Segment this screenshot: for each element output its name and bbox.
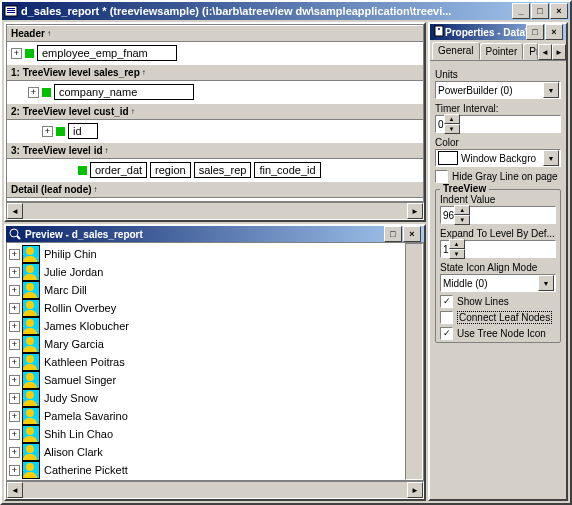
show-lines-checkbox[interactable]: ✓Show Lines bbox=[440, 295, 556, 308]
expand-box[interactable]: + bbox=[9, 285, 20, 296]
level1-field-row: + company_name bbox=[7, 81, 423, 103]
units-dropdown[interactable]: PowerBuilder (0)▼ bbox=[435, 81, 561, 99]
expand-box[interactable]: + bbox=[9, 249, 20, 260]
band-level3-label: 3: TreeView level id bbox=[11, 145, 103, 156]
maximize-button[interactable]: □ bbox=[531, 3, 549, 19]
list-item[interactable]: +Julie Jordan bbox=[9, 263, 403, 281]
band-level3[interactable]: 3: TreeView level id↑ bbox=[7, 142, 423, 159]
tab-general[interactable]: General bbox=[432, 42, 480, 60]
dropdown-icon: ▼ bbox=[538, 275, 554, 291]
color-dropdown[interactable]: Window Backgro▼ bbox=[435, 149, 561, 167]
header-field[interactable]: employee_emp_fnam bbox=[37, 45, 177, 61]
preview-scrollbar-h[interactable]: ◄ ► bbox=[6, 481, 424, 499]
expand-box[interactable]: + bbox=[9, 321, 20, 332]
scroll-left-button[interactable]: ◄ bbox=[7, 203, 23, 219]
preview-list: +Philip Chin+Julie Jordan+Marc Dill+Roll… bbox=[7, 243, 405, 480]
timer-spinner[interactable]: 0▲▼ bbox=[435, 115, 561, 133]
scroll-left-button[interactable]: ◄ bbox=[7, 482, 23, 498]
tab-nav-right[interactable]: ► bbox=[552, 44, 566, 60]
list-item[interactable]: +Judy Snow bbox=[9, 389, 403, 407]
preview-maximize-button[interactable]: □ bbox=[384, 226, 402, 242]
person-name: Marc Dill bbox=[42, 284, 87, 296]
level3-field-1[interactable]: region bbox=[150, 162, 191, 178]
list-item[interactable]: +Pamela Savarino bbox=[9, 407, 403, 425]
list-item[interactable]: +Catherine Pickett bbox=[9, 461, 403, 479]
band-level1[interactable]: 1: TreeView level sales_rep↑ bbox=[7, 64, 423, 81]
spin-down-icon[interactable]: ▼ bbox=[444, 124, 460, 134]
spin-down-icon[interactable]: ▼ bbox=[454, 215, 470, 225]
scroll-right-button[interactable]: ► bbox=[407, 482, 423, 498]
level2-field[interactable]: id bbox=[68, 123, 98, 139]
level1-field[interactable]: company_name bbox=[54, 84, 194, 100]
level3-field-3[interactable]: fin_code_id bbox=[254, 162, 320, 178]
indent-spinner[interactable]: 96▲▼ bbox=[440, 206, 556, 224]
expand-box[interactable]: + bbox=[9, 411, 20, 422]
expand-box[interactable]: + bbox=[9, 357, 20, 368]
spin-up-icon[interactable]: ▲ bbox=[444, 114, 460, 124]
expand-box[interactable]: + bbox=[28, 87, 39, 98]
spin-up-icon[interactable]: ▲ bbox=[449, 239, 465, 249]
band-header[interactable]: Header↑ bbox=[7, 25, 423, 42]
person-name: Shih Lin Chao bbox=[42, 428, 113, 440]
list-item[interactable]: +Mary Garcia bbox=[9, 335, 403, 353]
properties-maximize-button[interactable]: □ bbox=[526, 24, 544, 40]
preview-scrollbar-v[interactable] bbox=[405, 243, 423, 480]
band-level2[interactable]: 2: TreeView level cust_id↑ bbox=[7, 103, 423, 120]
list-item[interactable]: +Shih Lin Chao bbox=[9, 425, 403, 443]
list-item[interactable]: +James Klobucher bbox=[9, 317, 403, 335]
band-detail-label: Detail (leaf node) bbox=[11, 184, 92, 195]
expand-box[interactable]: + bbox=[9, 447, 20, 458]
tab-pointer[interactable]: Pointer bbox=[480, 43, 524, 60]
expand-box[interactable]: + bbox=[9, 429, 20, 440]
hide-gray-checkbox[interactable]: Hide Gray Line on page bbox=[435, 170, 561, 183]
level3-field-0[interactable]: order_dat bbox=[90, 162, 147, 178]
preview-body: +Philip Chin+Julie Jordan+Marc Dill+Roll… bbox=[6, 242, 424, 481]
person-name: Alison Clark bbox=[42, 446, 103, 458]
tab-nav-left[interactable]: ◄ bbox=[538, 44, 552, 60]
field-marker-icon bbox=[56, 127, 65, 136]
expand-box[interactable]: + bbox=[42, 126, 53, 137]
connect-leaf-checkbox[interactable]: Connect Leaf Nodes bbox=[440, 311, 556, 324]
band-level2-label: 2: TreeView level cust_id bbox=[11, 106, 129, 117]
expand-box[interactable]: + bbox=[9, 465, 20, 476]
list-item[interactable]: +Kathleen Poitras bbox=[9, 353, 403, 371]
expand-box[interactable]: + bbox=[9, 303, 20, 314]
level3-field-2[interactable]: sales_rep bbox=[194, 162, 252, 178]
expand-box[interactable]: + bbox=[9, 375, 20, 386]
preview-titlebar: Preview - d_sales_report □ × bbox=[6, 226, 424, 242]
app-icon bbox=[4, 4, 18, 18]
treeview-section: TreeView Indent Value 96▲▼ Expand To Lev… bbox=[435, 189, 561, 343]
close-button[interactable]: × bbox=[550, 3, 568, 19]
expand-spinner[interactable]: 1▲▼ bbox=[440, 240, 556, 258]
use-tree-icon-checkbox[interactable]: ✓Use Tree Node Icon bbox=[440, 327, 556, 340]
state-dropdown[interactable]: Middle (0)▼ bbox=[440, 274, 556, 292]
expand-box[interactable]: + bbox=[9, 339, 20, 350]
field-marker-icon bbox=[25, 49, 34, 58]
list-item[interactable]: +Alison Clark bbox=[9, 443, 403, 461]
band-arrow-icon: ↑ bbox=[131, 107, 135, 116]
list-item[interactable]: +Samuel Singer bbox=[9, 371, 403, 389]
list-item[interactable]: +Marc Dill bbox=[9, 281, 403, 299]
avatar-icon bbox=[22, 299, 40, 317]
minimize-button[interactable]: _ bbox=[512, 3, 530, 19]
band-arrow-icon: ↑ bbox=[94, 185, 98, 194]
design-scrollbar-h[interactable]: ◄ ► bbox=[6, 202, 424, 220]
band-detail[interactable]: Detail (leaf node)↑ bbox=[7, 181, 423, 198]
properties-close-button[interactable]: × bbox=[545, 24, 563, 40]
preview-close-button[interactable]: × bbox=[403, 226, 421, 242]
list-item[interactable]: +Philip Chin bbox=[9, 245, 403, 263]
color-label: Color bbox=[435, 137, 561, 148]
checkbox-icon bbox=[435, 170, 448, 183]
color-swatch bbox=[438, 151, 458, 165]
expand-box[interactable]: + bbox=[11, 48, 22, 59]
spin-up-icon[interactable]: ▲ bbox=[454, 205, 470, 215]
list-item[interactable]: +Rollin Overbey bbox=[9, 299, 403, 317]
person-name: Catherine Pickett bbox=[42, 464, 128, 476]
design-body: Header↑ + employee_emp_fnam 1: TreeView … bbox=[6, 24, 424, 202]
expand-box[interactable]: + bbox=[9, 267, 20, 278]
tab-print[interactable]: Pri bbox=[523, 43, 538, 60]
scroll-right-button[interactable]: ► bbox=[407, 203, 423, 219]
spin-down-icon[interactable]: ▼ bbox=[449, 249, 465, 259]
connect-leaf-label: Connect Leaf Nodes bbox=[457, 311, 552, 324]
expand-box[interactable]: + bbox=[9, 393, 20, 404]
